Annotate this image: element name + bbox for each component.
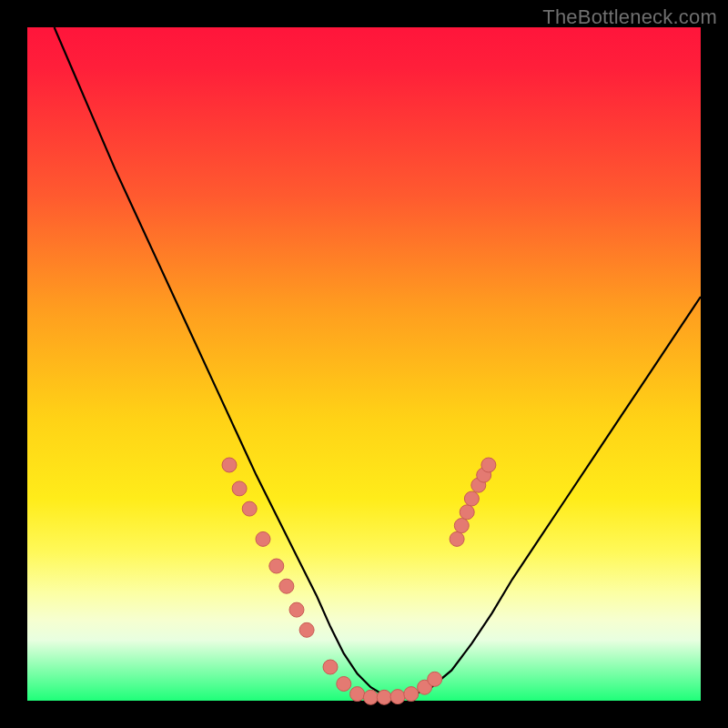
- marker-point: [279, 579, 294, 593]
- marker-point: [299, 622, 314, 637]
- marker-point: [232, 481, 247, 496]
- chart-frame: TheBottleneck.com: [0, 0, 728, 728]
- curve-layer: [27, 27, 701, 701]
- marker-point: [428, 672, 442, 686]
- marker-point: [269, 559, 284, 573]
- marker-point: [377, 690, 391, 704]
- marker-point: [222, 458, 237, 472]
- marker-point: [337, 677, 351, 692]
- marker-point: [363, 690, 378, 704]
- marker-point: [454, 519, 469, 533]
- plot-area: [27, 27, 701, 701]
- marker-point: [350, 687, 365, 702]
- marker-point: [464, 491, 479, 506]
- marker-point: [323, 660, 338, 674]
- marker-point: [390, 690, 405, 704]
- marker-point: [256, 531, 270, 546]
- marker-point: [481, 458, 496, 472]
- watermark-text: TheBottleneck.com: [542, 5, 717, 29]
- marker-point: [404, 687, 419, 702]
- marker-point: [460, 505, 474, 520]
- bottleneck-curve: [55, 27, 701, 697]
- marker-point: [242, 501, 257, 516]
- marker-point: [450, 531, 464, 546]
- marker-point: [289, 602, 304, 617]
